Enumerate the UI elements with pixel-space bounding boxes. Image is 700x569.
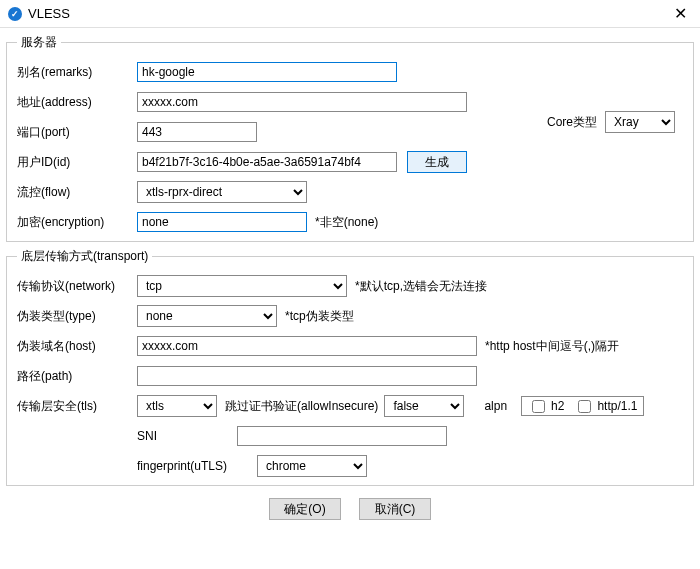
host-input[interactable] bbox=[137, 336, 477, 356]
alpn-http11-option[interactable]: http/1.1 bbox=[574, 397, 637, 416]
tls-select[interactable]: xtls bbox=[137, 395, 217, 417]
transport-legend: 底层传输方式(transport) bbox=[17, 248, 152, 265]
port-label: 端口(port) bbox=[17, 124, 137, 141]
encryption-label: 加密(encryption) bbox=[17, 214, 137, 231]
encryption-input[interactable] bbox=[137, 212, 307, 232]
server-group: 服务器 Core类型 Xray 别名(remarks) 地址(address) … bbox=[6, 34, 694, 242]
core-type-label: Core类型 bbox=[547, 114, 597, 131]
alpn-label: alpn bbox=[484, 399, 507, 413]
fingerprint-label: fingerprint(uTLS) bbox=[137, 459, 257, 473]
flow-label: 流控(flow) bbox=[17, 184, 137, 201]
remarks-label: 别名(remarks) bbox=[17, 64, 137, 81]
core-type-wrap: Core类型 Xray bbox=[547, 111, 675, 133]
port-input[interactable] bbox=[137, 122, 257, 142]
window-title: VLESS bbox=[28, 6, 70, 21]
alpn-h2-option[interactable]: h2 bbox=[528, 397, 564, 416]
alpn-h2-checkbox[interactable] bbox=[532, 400, 545, 413]
encryption-hint: *非空(none) bbox=[315, 214, 378, 231]
host-hint: *http host中间逗号(,)隔开 bbox=[485, 338, 619, 355]
core-type-select[interactable]: Xray bbox=[605, 111, 675, 133]
path-label: 路径(path) bbox=[17, 368, 137, 385]
generate-button[interactable]: 生成 bbox=[407, 151, 467, 173]
flow-select[interactable]: xtls-rprx-direct bbox=[137, 181, 307, 203]
address-input[interactable] bbox=[137, 92, 467, 112]
type-select[interactable]: none bbox=[137, 305, 277, 327]
app-icon: ✓ bbox=[8, 7, 22, 21]
titlebar: ✓ VLESS ✕ bbox=[0, 0, 700, 28]
cancel-button[interactable]: 取消(C) bbox=[359, 498, 431, 520]
id-label: 用户ID(id) bbox=[17, 154, 137, 171]
remarks-input[interactable] bbox=[137, 62, 397, 82]
alpn-box: h2 http/1.1 bbox=[521, 396, 644, 416]
footer: 确定(O) 取消(C) bbox=[0, 488, 700, 530]
fingerprint-select[interactable]: chrome bbox=[257, 455, 367, 477]
tls-label: 传输层安全(tls) bbox=[17, 398, 137, 415]
type-label: 伪装类型(type) bbox=[17, 308, 137, 325]
id-input[interactable] bbox=[137, 152, 397, 172]
path-input[interactable] bbox=[137, 366, 477, 386]
address-label: 地址(address) bbox=[17, 94, 137, 111]
sni-input[interactable] bbox=[237, 426, 447, 446]
type-hint: *tcp伪装类型 bbox=[285, 308, 354, 325]
network-label: 传输协议(network) bbox=[17, 278, 137, 295]
host-label: 伪装域名(host) bbox=[17, 338, 137, 355]
network-select[interactable]: tcp bbox=[137, 275, 347, 297]
allow-insecure-select[interactable]: false bbox=[384, 395, 464, 417]
alpn-http11-checkbox[interactable] bbox=[578, 400, 591, 413]
allow-insecure-label: 跳过证书验证(allowInsecure) bbox=[225, 398, 378, 415]
transport-group: 底层传输方式(transport) 传输协议(network) tcp *默认t… bbox=[6, 248, 694, 486]
ok-button[interactable]: 确定(O) bbox=[269, 498, 341, 520]
network-hint: *默认tcp,选错会无法连接 bbox=[355, 278, 487, 295]
server-legend: 服务器 bbox=[17, 34, 61, 51]
sni-label: SNI bbox=[137, 429, 237, 443]
close-icon[interactable]: ✕ bbox=[668, 2, 692, 26]
